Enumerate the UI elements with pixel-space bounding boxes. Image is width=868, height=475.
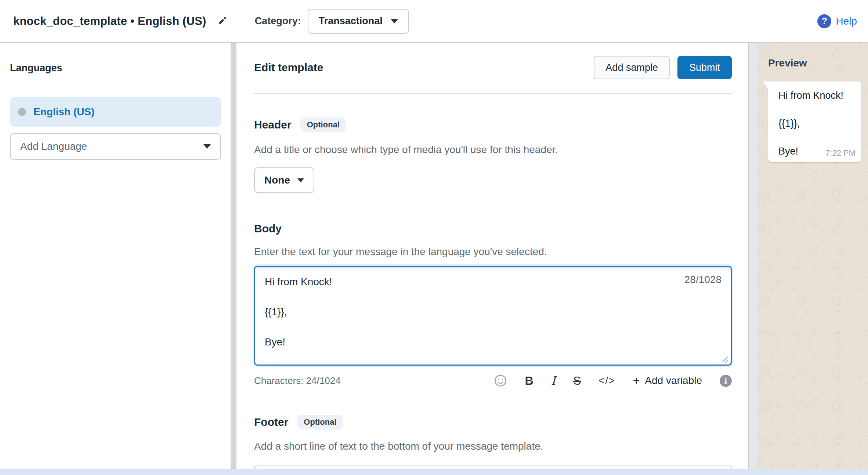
template-editor-app: knock_doc_template • English (US) Catego…: [0, 0, 868, 475]
emoji-button[interactable]: [493, 374, 507, 388]
vertical-scrollbar[interactable]: [748, 43, 757, 469]
languages-heading: Languages: [10, 62, 221, 74]
characters-count: Characters: 24/1024: [254, 375, 341, 387]
submit-button[interactable]: Submit: [677, 56, 732, 79]
body-textarea[interactable]: [254, 266, 732, 366]
header-section-title: Header: [254, 119, 292, 131]
preview-heading: Preview: [768, 57, 868, 69]
edit-template-panel: Edit template Add sample Submit Header O…: [236, 43, 748, 469]
body-section: Body Enter the text for your message in …: [254, 222, 732, 388]
chevron-down-icon: [391, 19, 398, 23]
add-variable-label: Add variable: [645, 375, 702, 387]
preview-panel: Preview Hi from Knock! {{1}}, Bye! 7:22 …: [757, 43, 868, 469]
bottom-page-strip: [0, 469, 868, 475]
strikethrough-button[interactable]: S: [573, 374, 581, 388]
editor-header-row: Edit template Add sample Submit: [254, 56, 732, 79]
category-group: Category: Transactional: [255, 9, 409, 34]
footer-section-description: Add a short line of text to the bottom o…: [254, 440, 732, 452]
pencil-icon: [216, 15, 228, 27]
category-value: Transactional: [319, 15, 383, 27]
category-label: Category:: [255, 15, 301, 27]
help-label: Help: [836, 15, 857, 27]
header-type-value: None: [264, 174, 290, 186]
bold-button[interactable]: B: [525, 374, 534, 388]
languages-sidebar: Languages English (US) Add Language: [0, 43, 231, 469]
footer-section: Footer Optional Add a short line of text…: [254, 415, 732, 469]
chevron-down-icon: [297, 178, 304, 182]
question-circle-icon: ?: [817, 14, 831, 28]
section-divider: [254, 93, 732, 94]
top-bar: knock_doc_template • English (US) Catego…: [0, 0, 868, 43]
add-variable-button[interactable]: + Add variable: [633, 375, 702, 387]
sidebar-item-english-us[interactable]: English (US): [10, 97, 221, 127]
footer-text-input[interactable]: [254, 465, 732, 469]
add-sample-button[interactable]: Add sample: [594, 56, 670, 79]
italic-button[interactable]: I: [551, 374, 556, 388]
body-textarea-wrap: 28/1028: [254, 266, 732, 367]
optional-badge: Optional: [300, 117, 346, 132]
footer-input-wrap: 0/60: [254, 465, 732, 469]
footer-section-title: Footer: [254, 416, 288, 428]
help-link[interactable]: ? Help: [817, 14, 857, 28]
bubble-tail-icon: [763, 81, 768, 89]
bubble-timestamp: 7:22 PM: [825, 148, 856, 158]
plus-icon: +: [633, 375, 640, 387]
body-section-title: Body: [254, 222, 282, 235]
body-toolbar: Characters: 24/1024 B I: [254, 374, 732, 388]
add-language-dropdown[interactable]: Add Language: [10, 133, 221, 160]
header-type-dropdown[interactable]: None: [254, 167, 314, 193]
panel-divider: [231, 43, 236, 469]
bubble-line: Hi from Knock!: [778, 90, 856, 101]
chevron-down-icon: [203, 144, 211, 149]
add-language-label: Add Language: [20, 141, 87, 152]
message-bubble: Hi from Knock! {{1}}, Bye! 7:22 PM: [768, 81, 861, 162]
body-section-description: Enter the text for your message in the l…: [254, 246, 732, 258]
code-button[interactable]: </>: [599, 375, 615, 387]
content-row: Languages English (US) Add Language Edit…: [0, 43, 868, 469]
header-section-description: Add a title or choose which type of medi…: [254, 144, 732, 156]
header-section: Header Optional Add a title or choose wh…: [254, 117, 732, 193]
language-status-dot-icon: [18, 108, 26, 116]
body-counter: 28/1028: [684, 274, 721, 286]
info-icon[interactable]: i: [720, 375, 732, 387]
language-label: English (US): [33, 106, 94, 118]
category-dropdown[interactable]: Transactional: [308, 9, 409, 34]
edit-title-button[interactable]: [216, 15, 228, 27]
page-title: knock_doc_template • English (US): [13, 15, 206, 28]
bubble-line: {{1}},: [778, 117, 856, 129]
optional-badge: Optional: [297, 415, 343, 429]
editor-title: Edit template: [254, 61, 323, 74]
